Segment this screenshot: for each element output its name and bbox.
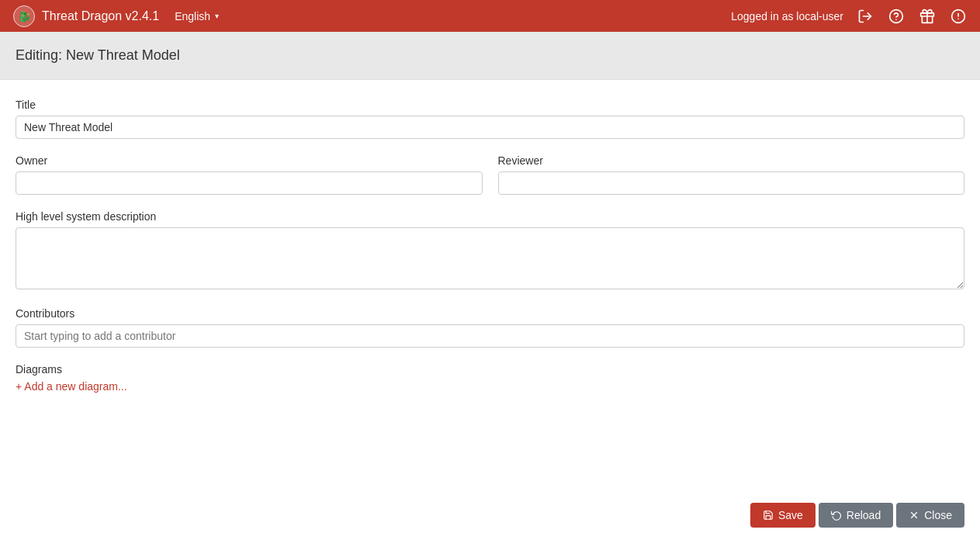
main-content: Title Owner Reviewer High level system d… bbox=[0, 80, 980, 540]
navbar-right: Logged in as local-user bbox=[731, 7, 968, 26]
user-status-label: Logged in as local-user bbox=[731, 10, 843, 22]
close-icon bbox=[909, 510, 919, 521]
description-group: High level system description bbox=[16, 210, 964, 292]
close-label: Close bbox=[924, 509, 952, 521]
reviewer-input[interactable] bbox=[498, 171, 965, 195]
gift-icon[interactable] bbox=[918, 7, 937, 26]
svg-text:🐉: 🐉 bbox=[18, 9, 31, 22]
page-header: Editing: New Threat Model bbox=[0, 32, 980, 80]
language-label: English bbox=[175, 10, 210, 22]
owner-group: Owner bbox=[16, 154, 483, 195]
reviewer-label: Reviewer bbox=[498, 154, 965, 167]
close-button[interactable]: Close bbox=[896, 503, 964, 528]
description-label: High level system description bbox=[16, 210, 964, 223]
reload-button[interactable]: Reload bbox=[819, 503, 893, 528]
add-diagram-link[interactable]: + Add a new diagram... bbox=[16, 380, 127, 393]
owner-label: Owner bbox=[16, 154, 483, 167]
navbar: 🐉 Threat Dragon v2.4.1 English ▾ Logged … bbox=[0, 0, 980, 32]
title-label: Title bbox=[16, 99, 964, 111]
app-brand[interactable]: 🐉 Threat Dragon v2.4.1 bbox=[12, 5, 159, 28]
description-textarea[interactable] bbox=[16, 227, 964, 289]
help-icon[interactable] bbox=[887, 7, 906, 26]
save-label: Save bbox=[778, 509, 803, 521]
reviewer-group: Reviewer bbox=[498, 154, 965, 195]
reload-label: Reload bbox=[847, 509, 881, 521]
language-selector[interactable]: English ▾ bbox=[168, 7, 225, 26]
contributors-group: Contributors bbox=[16, 307, 964, 348]
footer-actions: Save Reload Close bbox=[750, 503, 964, 528]
info-icon[interactable] bbox=[949, 7, 968, 26]
owner-reviewer-row: Owner Reviewer bbox=[16, 154, 964, 195]
save-button[interactable]: Save bbox=[750, 503, 816, 528]
dragon-logo-icon: 🐉 bbox=[12, 5, 36, 28]
title-group: Title bbox=[16, 99, 964, 139]
app-title: Threat Dragon v2.4.1 bbox=[42, 9, 159, 23]
title-input[interactable] bbox=[16, 116, 964, 139]
owner-input[interactable] bbox=[16, 171, 483, 195]
contributors-label: Contributors bbox=[16, 307, 964, 320]
contributors-input[interactable] bbox=[16, 324, 964, 348]
diagrams-group: Diagrams + Add a new diagram... bbox=[16, 363, 964, 393]
logout-icon[interactable] bbox=[856, 7, 874, 26]
reload-icon bbox=[831, 510, 842, 521]
page-title: Editing: New Threat Model bbox=[16, 47, 964, 64]
chevron-down-icon: ▾ bbox=[215, 12, 219, 20]
save-icon bbox=[763, 510, 774, 521]
diagrams-label: Diagrams bbox=[16, 363, 964, 376]
